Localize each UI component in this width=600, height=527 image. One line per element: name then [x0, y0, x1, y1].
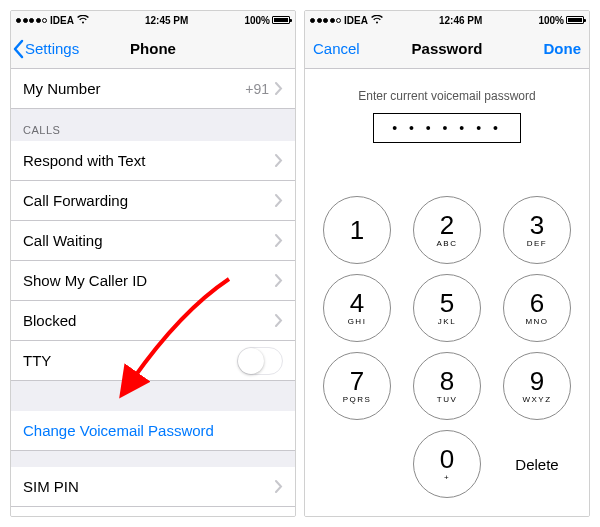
key-number: 2: [440, 212, 454, 238]
key-number: 5: [440, 290, 454, 316]
chevron-right-icon: [275, 274, 283, 287]
password-field[interactable]: • • • • • • •: [373, 113, 521, 143]
chevron-right-icon: [275, 194, 283, 207]
row-my-number[interactable]: My Number +91: [11, 69, 295, 109]
settings-list: My Number +91 CALLS Respond with Text Ca…: [11, 69, 295, 516]
battery-label: 100%: [538, 15, 564, 26]
key-number: 8: [440, 368, 454, 394]
keypad-key-6[interactable]: 6MNO: [503, 274, 571, 342]
status-bar: IDEA 12:46 PM 100%: [305, 11, 589, 29]
key-letters: GHI: [348, 317, 367, 326]
key-number: 4: [350, 290, 364, 316]
left-screenshot-phone-settings: IDEA 12:45 PM 100% Settings Phone My Num…: [10, 10, 296, 517]
back-button[interactable]: Settings: [11, 39, 79, 59]
carrier-label: IDEA: [344, 15, 368, 26]
password-prompt: Enter current voicemail password: [305, 89, 589, 103]
row-show-caller-id[interactable]: Show My Caller ID: [11, 261, 295, 301]
group-header-calls: CALLS: [11, 109, 295, 141]
battery-icon: [566, 16, 584, 24]
key-number: 6: [530, 290, 544, 316]
row-tty[interactable]: TTY: [11, 341, 295, 381]
row-respond-with-text[interactable]: Respond with Text: [11, 141, 295, 181]
signal-dots-icon: [16, 18, 47, 23]
battery-label: 100%: [244, 15, 270, 26]
key-letters: TUV: [437, 395, 458, 404]
signal-dots-icon: [310, 18, 341, 23]
chevron-right-icon: [275, 154, 283, 167]
status-bar: IDEA 12:45 PM 100%: [11, 11, 295, 29]
tty-toggle[interactable]: [237, 347, 283, 375]
keypad-key-9[interactable]: 9WXYZ: [503, 352, 571, 420]
chevron-right-icon: [275, 480, 283, 493]
status-time: 12:45 PM: [145, 15, 188, 26]
keypad-key-8[interactable]: 8TUV: [413, 352, 481, 420]
status-battery: 100%: [244, 15, 290, 26]
row-sim-applications[interactable]: SIM Applications: [11, 507, 295, 516]
row-label: Call Waiting: [23, 232, 275, 249]
keypad-key-1[interactable]: 1: [323, 196, 391, 264]
password-area: Enter current voicemail password • • • •…: [305, 69, 589, 153]
status-left: IDEA: [310, 15, 383, 26]
key-letters: +: [444, 473, 450, 482]
numeric-keypad: 1 2ABC 3DEF 4GHI 5JKL 6MNO 7PQRS 8TUV 9W…: [305, 153, 589, 516]
row-label: Blocked: [23, 312, 275, 329]
row-label: TTY: [23, 352, 237, 369]
key-letters: WXYZ: [522, 395, 551, 404]
keypad-key-0[interactable]: 0+: [413, 430, 481, 498]
row-call-forwarding[interactable]: Call Forwarding: [11, 181, 295, 221]
key-number: 3: [530, 212, 544, 238]
chevron-right-icon: [275, 234, 283, 247]
row-label: Call Forwarding: [23, 192, 275, 209]
carrier-label: IDEA: [50, 15, 74, 26]
keypad-key-4[interactable]: 4GHI: [323, 274, 391, 342]
chevron-left-icon: [13, 39, 25, 59]
key-number: 9: [530, 368, 544, 394]
row-sim-pin[interactable]: SIM PIN: [11, 467, 295, 507]
keypad-delete-button[interactable]: Delete: [503, 430, 571, 498]
row-detail: +91: [245, 81, 269, 97]
chevron-right-icon: [275, 314, 283, 327]
back-label: Settings: [25, 40, 79, 57]
key-number: 1: [350, 217, 364, 243]
right-screenshot-password-entry: IDEA 12:46 PM 100% Cancel Password Done …: [304, 10, 590, 517]
group-gap: [11, 451, 295, 467]
key-letters: ABC: [437, 239, 458, 248]
done-button[interactable]: Done: [544, 40, 582, 57]
status-battery: 100%: [538, 15, 584, 26]
row-label: My Number: [23, 80, 245, 97]
nav-bar: Settings Phone: [11, 29, 295, 69]
row-label: Show My Caller ID: [23, 272, 275, 289]
key-letters: PQRS: [343, 395, 372, 404]
nav-bar: Cancel Password Done: [305, 29, 589, 69]
keypad-spacer: [323, 430, 391, 498]
row-label: Change Voicemail Password: [23, 422, 283, 439]
key-number: 7: [350, 368, 364, 394]
wifi-icon: [371, 15, 383, 26]
key-letters: JKL: [438, 317, 456, 326]
keypad-key-5[interactable]: 5JKL: [413, 274, 481, 342]
keypad-key-3[interactable]: 3DEF: [503, 196, 571, 264]
cancel-button[interactable]: Cancel: [313, 40, 360, 57]
row-call-waiting[interactable]: Call Waiting: [11, 221, 295, 261]
key-letters: MNO: [525, 317, 548, 326]
keypad-key-7[interactable]: 7PQRS: [323, 352, 391, 420]
keypad-key-2[interactable]: 2ABC: [413, 196, 481, 264]
group-gap: [11, 381, 295, 411]
toggle-knob: [238, 348, 264, 374]
status-time: 12:46 PM: [439, 15, 482, 26]
key-letters: DEF: [527, 239, 548, 248]
key-number: 0: [440, 446, 454, 472]
row-change-voicemail-password[interactable]: Change Voicemail Password: [11, 411, 295, 451]
row-label: Respond with Text: [23, 152, 275, 169]
wifi-icon: [77, 15, 89, 26]
status-left: IDEA: [16, 15, 89, 26]
battery-icon: [272, 16, 290, 24]
row-blocked[interactable]: Blocked: [11, 301, 295, 341]
chevron-right-icon: [275, 82, 283, 95]
row-label: SIM PIN: [23, 478, 275, 495]
